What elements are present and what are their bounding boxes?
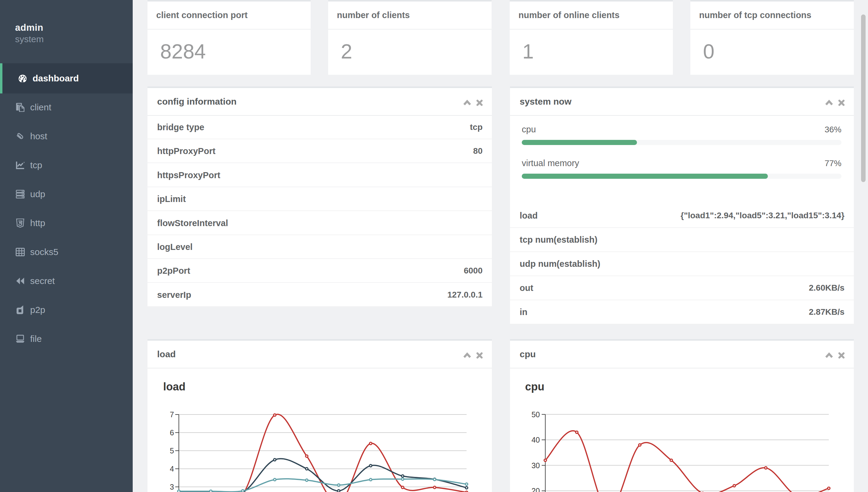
svg-text:7: 7: [170, 410, 174, 419]
svg-text:20: 20: [531, 487, 540, 492]
svg-text:30: 30: [531, 461, 540, 470]
svg-text:40: 40: [531, 436, 540, 444]
svg-text:6: 6: [170, 428, 174, 437]
svg-text:3: 3: [170, 483, 174, 491]
svg-text:4: 4: [170, 465, 174, 473]
svg-text:5: 5: [170, 446, 174, 455]
svg-text:50: 50: [531, 410, 540, 419]
